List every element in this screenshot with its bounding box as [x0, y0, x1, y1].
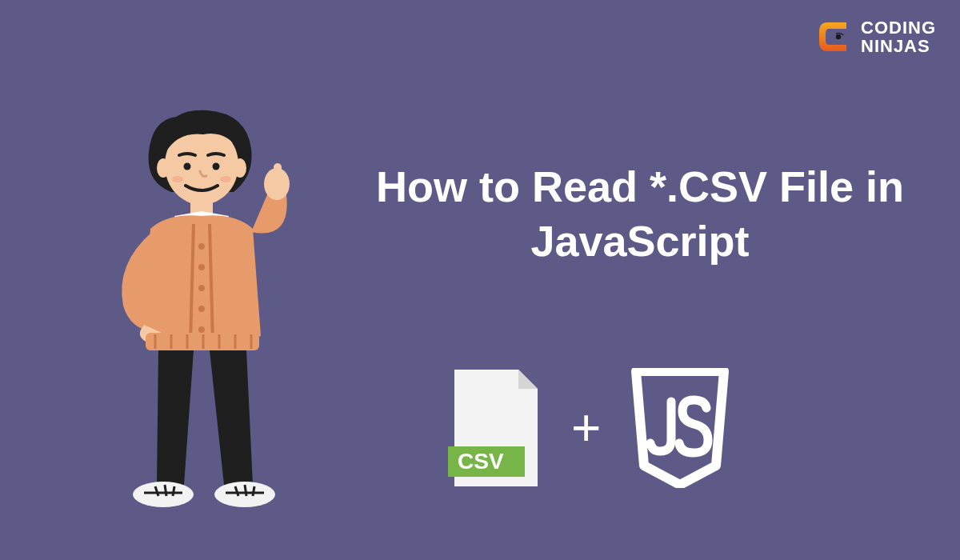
logo-text: CODING NINJAS	[861, 18, 936, 55]
svg-point-5	[184, 163, 191, 170]
svg-line-29	[173, 486, 174, 496]
js-shield-icon	[628, 368, 732, 488]
svg-point-6	[213, 163, 220, 170]
svg-point-8	[220, 176, 231, 182]
svg-point-10	[198, 243, 205, 250]
csv-file-icon: CSV	[448, 368, 544, 488]
svg-point-11	[198, 264, 205, 270]
svg-point-14	[198, 326, 205, 333]
svg-point-25	[133, 482, 194, 507]
svg-point-4	[234, 158, 246, 178]
logo-line-1: CODING	[861, 18, 936, 37]
page-title: How to Read *.CSV File in JavaScript	[368, 160, 912, 268]
svg-point-12	[198, 285, 205, 291]
svg-point-3	[157, 158, 170, 178]
person-illustration	[88, 96, 328, 512]
logo-c-icon	[814, 18, 853, 56]
svg-line-32	[253, 486, 254, 496]
svg-rect-16	[274, 163, 282, 184]
svg-line-31	[245, 485, 246, 496]
csv-label: CSV	[458, 449, 504, 474]
svg-point-13	[198, 306, 205, 312]
logo-line-2: NINJAS	[861, 37, 936, 55]
svg-point-0	[836, 34, 841, 39]
brand-logo: CODING NINJAS	[814, 18, 936, 56]
svg-point-7	[172, 176, 183, 182]
icon-row: CSV +	[448, 368, 732, 488]
svg-line-28	[165, 485, 166, 496]
plus-icon: +	[571, 402, 601, 454]
